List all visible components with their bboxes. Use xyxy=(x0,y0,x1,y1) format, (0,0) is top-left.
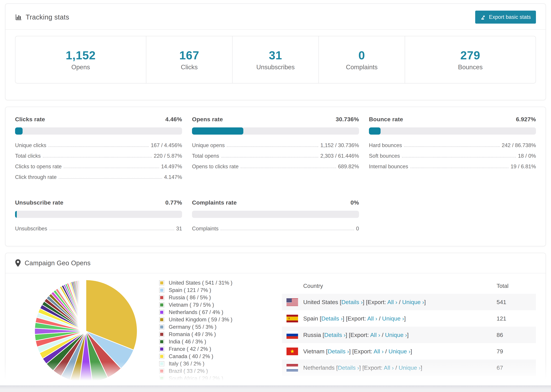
opens-rate-bar-fill xyxy=(192,127,243,135)
export-icon xyxy=(480,14,486,20)
complaints-rate-row: Complaints0 xyxy=(192,223,359,234)
export-unique-link-es[interactable]: Unique › xyxy=(382,315,404,322)
geo-table-row-russia: Russia [Details ›] [Export: All › / Uniq… xyxy=(282,327,536,343)
export-all-link-nl[interactable]: All › xyxy=(384,364,394,371)
export-all-link-es[interactable]: All › xyxy=(367,315,377,322)
rate-row-value: 242 / 86.738% xyxy=(502,142,536,148)
details-link-us[interactable]: Details › xyxy=(341,299,363,305)
bounce-rate-row: Internal bounces19 / 6.81% xyxy=(369,161,536,172)
rate-row-value: 2,303 / 61.446% xyxy=(320,153,359,159)
export-all-link-ru[interactable]: All › xyxy=(370,332,380,338)
legend-swatch xyxy=(159,310,164,315)
export-unique-link-ru[interactable]: Unique › xyxy=(385,332,407,338)
dashboard-page: Tracking stats Export basic stats 1,152 … xyxy=(0,0,551,392)
dotted-leader xyxy=(404,147,500,147)
country-name-cell: Spain [Details ›] [Export: All › / Uniqu… xyxy=(303,315,497,322)
geo-country-table: Country Total United States [Details ›] … xyxy=(282,278,536,392)
russia-flag-icon xyxy=(286,331,298,339)
details-link-es[interactable]: Details › xyxy=(321,315,343,322)
rate-row-label: Complaints xyxy=(192,226,219,232)
bounce-rate-value: 6.927% xyxy=(516,116,536,123)
legend-item-canada[interactable]: Canada ( 40 / 2% ) xyxy=(159,354,241,359)
legend-item-germany[interactable]: Germany ( 55 / 3% ) xyxy=(159,324,241,330)
legend-item-united-kingdom[interactable]: United Kingdom ( 59 / 3% ) xyxy=(159,317,241,322)
legend-swatch xyxy=(159,295,164,300)
export-unique-link-us[interactable]: Unique › xyxy=(402,299,424,305)
legend-item-south-africa[interactable]: South Africa ( 29 / 2% ) xyxy=(159,376,241,381)
legend-label: United States ( 541 / 31% ) xyxy=(169,280,232,286)
country-total-cell: 121 xyxy=(497,315,536,322)
export-basic-stats-button[interactable]: Export basic stats xyxy=(475,11,536,24)
legend-item-united-states[interactable]: United States ( 541 / 31% ) xyxy=(159,280,241,286)
legend-label: South Africa ( 29 / 2% ) xyxy=(169,375,223,382)
complaints-rate-value: 0% xyxy=(350,199,359,206)
legend-item-netherlands[interactable]: Netherlands ( 67 / 4% ) xyxy=(159,309,241,315)
dotted-leader xyxy=(43,157,152,158)
dotted-leader xyxy=(49,147,149,147)
spain-flag-icon xyxy=(286,315,298,322)
dotted-leader xyxy=(49,230,174,230)
details-link-nl[interactable]: Details › xyxy=(338,364,359,371)
rate-row-label: Unsubscribes xyxy=(15,226,47,232)
legend-item-russia[interactable]: Russia ( 86 / 5% ) xyxy=(159,295,241,300)
legend-item-vietnam[interactable]: Vietnam ( 79 / 5% ) xyxy=(159,302,241,308)
stat-unsubscribes-value: 31 xyxy=(269,49,282,62)
legend-label: France ( 42 / 2% ) xyxy=(169,346,211,352)
rate-row-value: 19 / 6.81% xyxy=(511,163,536,170)
opens-rate-bar xyxy=(192,127,359,135)
legend-swatch xyxy=(159,376,164,381)
rate-row-value: 4.147% xyxy=(164,174,182,180)
stat-complaints-label: Complaints xyxy=(346,64,377,71)
legend-label: India ( 46 / 3% ) xyxy=(169,339,206,345)
legend-label: Vietnam ( 79 / 5% ) xyxy=(169,302,214,308)
opens-rate-row: Opens to clicks rate689.82% xyxy=(192,161,359,172)
clicks-rate-value: 4.46% xyxy=(165,116,182,123)
legend-label: United Kingdom ( 59 / 3% ) xyxy=(169,317,232,323)
geo-opens-title: Campaign Geo Opens xyxy=(25,259,91,267)
country-flag-cell xyxy=(286,364,303,372)
bounce-rate-title: Bounce rate xyxy=(369,116,403,123)
complaints-rate-title: Complaints rate xyxy=(192,199,237,206)
legend-item-romania[interactable]: Romania ( 49 / 3% ) xyxy=(159,332,241,337)
clicks-rate-row: Click through rate4.147% xyxy=(15,172,182,182)
opens-rate-block: Opens rate30.736% Unique opens1,152 / 30… xyxy=(192,116,359,182)
details-link-vn[interactable]: Details › xyxy=(328,348,349,355)
netherlands-flag-icon xyxy=(286,364,298,372)
legend-label: Canada ( 40 / 2% ) xyxy=(169,353,213,359)
legend-swatch xyxy=(159,361,164,366)
legend-item-spain[interactable]: Spain ( 121 / 7% ) xyxy=(159,287,241,293)
rate-row-value: 689.82% xyxy=(338,163,359,170)
dotted-leader xyxy=(221,230,354,230)
stat-opens: 1,152 Opens xyxy=(15,36,146,83)
legend-item-france[interactable]: France ( 42 / 2% ) xyxy=(159,346,241,352)
legend-swatch xyxy=(159,339,164,344)
export-unique-link-vn[interactable]: Unique › xyxy=(389,348,410,355)
export-all-link-vn[interactable]: All › xyxy=(374,348,384,355)
stat-unsubscribes: 31 Unsubscribes xyxy=(232,36,318,83)
rate-row-label: Total opens xyxy=(192,153,219,159)
legend-swatch xyxy=(159,288,164,293)
stat-summary-row: 1,152 Opens 167 Clicks 31 Unsubscribes 0… xyxy=(15,36,536,84)
stat-opens-label: Opens xyxy=(71,64,90,71)
rate-row-value: 1,152 / 30.736% xyxy=(320,142,359,148)
rate-row-label: Opens to clicks rate xyxy=(192,163,239,170)
stat-opens-value: 1,152 xyxy=(66,49,96,62)
rate-row-label: Total clicks xyxy=(15,153,41,159)
tracking-stats-title: Tracking stats xyxy=(15,13,69,21)
geo-table-header-total: Total xyxy=(497,283,536,289)
unsubscribe-rate-title: Unsubscribe rate xyxy=(15,199,64,206)
legend-item-italy[interactable]: Italy ( 36 / 2% ) xyxy=(159,361,241,366)
export-all-link-us[interactable]: All › xyxy=(387,299,397,305)
legend-swatch xyxy=(159,317,164,322)
clicks-rate-title: Clicks rate xyxy=(15,116,45,123)
legend-item-india[interactable]: India ( 46 / 3% ) xyxy=(159,339,241,344)
dotted-leader xyxy=(64,168,159,168)
pie-slice-other xyxy=(85,280,86,331)
legend-item-brazil[interactable]: Brazil ( 33 / 2% ) xyxy=(159,368,241,374)
export-unique-link-nl[interactable]: Unique › xyxy=(399,364,421,371)
legend-label: Brazil ( 33 / 2% ) xyxy=(169,368,208,374)
rate-row-value: 31 xyxy=(176,226,182,232)
stat-complaints-value: 0 xyxy=(359,49,365,62)
geo-pie-chart xyxy=(33,278,139,388)
details-link-ru[interactable]: Details › xyxy=(324,332,346,338)
